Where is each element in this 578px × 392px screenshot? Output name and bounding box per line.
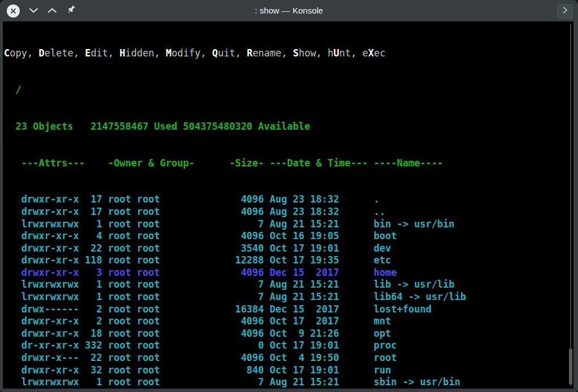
file-row[interactable]: drwxr-xr-x 4 root root 4096 Oct 16 19:05…	[4, 230, 573, 243]
menu-item-hidden[interactable]: Hidden	[120, 47, 154, 59]
scrollbar-thumb[interactable]	[569, 349, 572, 385]
file-row[interactable]: lrwxrwxrwx 1 root root 7 Aug 21 15:21 sb…	[4, 376, 573, 389]
file-row[interactable]: drwxr-xr-x 118 root root 12288 Oct 17 19…	[4, 254, 573, 267]
expand-button[interactable]	[557, 4, 573, 19]
file-row[interactable]: drwxr-xr-x 3 root root 4096 Dec 15 2017 …	[4, 267, 573, 279]
menu-item-modify[interactable]: Modify	[166, 47, 200, 59]
shade-up-button[interactable]	[47, 6, 57, 16]
menu-item-show[interactable]: Show	[293, 47, 316, 59]
file-row[interactable]: drwxr-xr-x 18 root root 4096 Oct 9 21:26…	[4, 328, 573, 340]
current-path: /	[4, 84, 573, 96]
stats-line: 23 Objects 2147558467 Used 504375480320 …	[4, 121, 573, 133]
pin-button[interactable]	[66, 5, 76, 17]
menu-line: Copy, Delete, Edit, Hidden, Modify, Quit…	[4, 47, 573, 60]
chevron-right-icon	[562, 6, 568, 16]
menu-item-edit[interactable]: Edit	[85, 47, 108, 59]
menu-item-delete[interactable]: Delete	[38, 47, 73, 59]
file-row[interactable]: lrwxrwxrwx 1 root root 7 Aug 21 15:21 bi…	[4, 218, 573, 231]
file-list: drwxr-xr-x 17 root root 4096 Aug 23 18:3…	[4, 193, 573, 389]
file-row[interactable]: lrwxrwxrwx 1 root root 7 Aug 21 15:21 li…	[4, 291, 573, 303]
konsole-window: : show — Konsole Copy, Delete, Edit, Hid…	[0, 0, 578, 392]
file-row[interactable]: dr-xr-xr-x 332 root root 0 Oct 17 19:01 …	[4, 340, 573, 352]
file-row[interactable]: drwx------ 2 root root 16384 Dec 15 2017…	[4, 303, 573, 316]
menu-item-rename[interactable]: Rename	[247, 47, 281, 59]
terminal-screen: Copy, Delete, Edit, Hidden, Modify, Quit…	[3, 21, 573, 389]
titlebar[interactable]: : show — Konsole	[0, 0, 578, 21]
file-row[interactable]: lrwxrwxrwx 1 root root 7 Aug 21 15:21 li…	[4, 279, 573, 291]
chevron-down-icon	[29, 6, 38, 16]
file-row[interactable]: drwxr-xr-x 22 root root 3540 Oct 17 19:0…	[4, 243, 573, 255]
menu-item-exec[interactable]: eXec	[362, 47, 386, 59]
menu-item-quit[interactable]: Quit	[212, 47, 235, 59]
menu-item-copy[interactable]: Copy	[4, 47, 27, 59]
close-icon	[7, 5, 20, 17]
window-title: : show — Konsole	[0, 0, 578, 21]
file-row[interactable]: drwxr-xr-x 32 root root 840 Oct 17 19:01…	[4, 364, 573, 377]
menu-item-hunt[interactable]: hUnt	[328, 47, 351, 59]
file-row[interactable]: drwxr-xr-x 17 root root 4096 Aug 23 18:3…	[4, 206, 573, 218]
column-headers: ---Attrs--- -Owner & Group- -Size- ---Da…	[4, 157, 573, 170]
file-row[interactable]: drwxr-xr-x 17 root root 4096 Aug 23 18:3…	[4, 193, 573, 206]
close-button[interactable]	[7, 5, 20, 17]
chevron-up-icon	[47, 6, 57, 16]
scrollbar[interactable]	[570, 24, 571, 386]
shade-down-button[interactable]	[29, 6, 38, 16]
terminal-area[interactable]: Copy, Delete, Edit, Hidden, Modify, Quit…	[3, 21, 573, 389]
file-row[interactable]: drwxr-xr-x 2 root root 4096 Oct 17 2017 …	[4, 315, 573, 328]
pin-icon	[66, 5, 76, 17]
file-row[interactable]: drwxr-x--- 22 root root 4096 Oct 4 19:50…	[4, 352, 573, 364]
